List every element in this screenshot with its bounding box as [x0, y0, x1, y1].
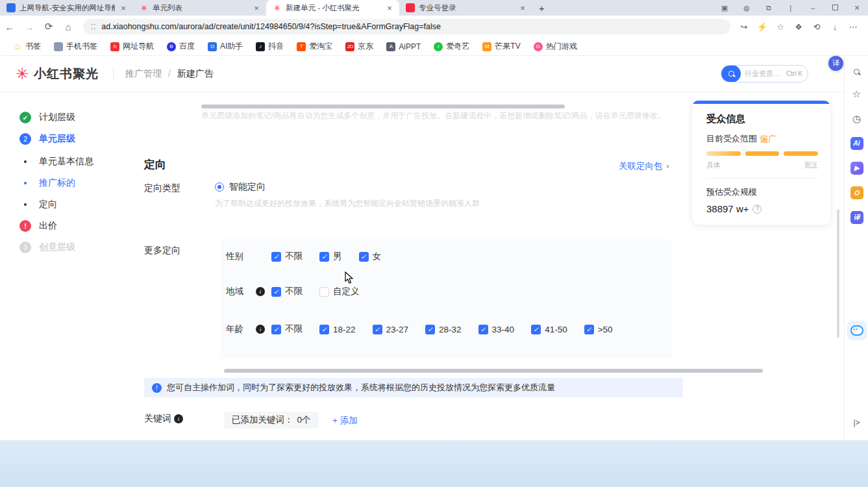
checkbox-checked-icon[interactable] — [319, 252, 329, 262]
logo[interactable]: ✳ 小红书聚光 — [0, 66, 99, 82]
add-keyword-button[interactable]: + 添加 — [332, 415, 358, 427]
more-menu-icon[interactable]: ⋯ — [845, 22, 862, 32]
checkbox-checked-icon[interactable] — [425, 325, 435, 334]
age-option-18-22[interactable]: 18-22 — [319, 325, 356, 334]
checkbox-checked-icon[interactable] — [373, 325, 382, 334]
checkbox-checked-icon[interactable] — [359, 252, 369, 262]
step-unit-basic-info[interactable]: 单元基本信息 — [19, 156, 93, 168]
checkbox-checked-icon[interactable] — [271, 252, 281, 262]
bookmark-ai[interactable]: OAI助手 — [203, 39, 248, 54]
checkbox-checked-icon[interactable] — [584, 325, 594, 334]
downloads-icon[interactable]: ↓ — [826, 22, 843, 32]
tab-close-icon[interactable]: × — [518, 3, 527, 13]
page-scrollbar[interactable] — [837, 209, 839, 338]
checkbox-checked-icon[interactable] — [271, 287, 281, 297]
history-icon[interactable]: ⟲ — [808, 22, 825, 32]
bookmark-shuqian[interactable]: ☆书签 — [8, 39, 46, 54]
age-option-50plus[interactable]: >50 — [584, 325, 613, 334]
rail-games-icon[interactable]: ▶ — [845, 161, 868, 175]
gender-option-female[interactable]: 女 — [359, 251, 382, 262]
step-targeting[interactable]: 定向 — [19, 199, 57, 210]
checkbox-unchecked-icon[interactable] — [319, 287, 329, 297]
rail-ai-icon[interactable]: Ai — [845, 136, 868, 150]
horizontal-scrollbar[interactable] — [201, 105, 565, 108]
tab-close-icon[interactable]: × — [119, 3, 128, 13]
age-option-23-27[interactable]: 23-27 — [373, 325, 409, 334]
minimize-button[interactable]: – — [802, 4, 824, 12]
bookmark-star-icon[interactable]: ☆ — [772, 22, 789, 32]
tab-close-icon[interactable]: × — [252, 3, 261, 13]
bookmark-aippt[interactable]: AAiPPT — [381, 40, 426, 53]
step-plan-level[interactable]: ✔ 计划层级 — [19, 112, 75, 123]
close-window-button[interactable]: ✕ — [846, 4, 868, 12]
step-promotion-target[interactable]: 推广标的 — [19, 177, 75, 189]
horizontal-scrollbar[interactable] — [224, 369, 763, 373]
workspace-icon[interactable]: ⧉ — [758, 4, 780, 12]
smart-targeting-radio[interactable]: 智能定向 — [215, 181, 266, 193]
browser-profile-icon[interactable]: ◍ — [736, 4, 758, 12]
address-bar[interactable]: ⁚⁚ ad.xiaohongshu.com/aurora/ad/create/u… — [83, 19, 730, 34]
bookmark-label: 抖音 — [268, 41, 284, 52]
bookmark-iqiyi[interactable]: i爱奇艺 — [428, 39, 475, 54]
header-search[interactable]: 行业资质... Ctrl K — [721, 65, 808, 82]
tab-nav-site[interactable]: 上网导航-安全实用的网址导航 × — [0, 0, 133, 16]
back-icon[interactable]: ← — [0, 21, 19, 32]
step-label: 定向 — [39, 199, 57, 210]
url-text[interactable]: ad.xiaohongshu.com/aurora/ad/create/unit… — [101, 22, 441, 31]
extensions-icon[interactable]: ❖ — [790, 22, 807, 32]
search-button[interactable] — [721, 65, 741, 82]
targeting-package-link[interactable]: 关联定向包› — [619, 160, 669, 172]
site-info-icon[interactable]: ⁚⁚ — [91, 23, 96, 31]
rail-expand-icon[interactable]: |> — [845, 418, 868, 427]
info-icon[interactable]: i — [174, 414, 183, 423]
maximize-button[interactable] — [824, 4, 846, 12]
reload-icon[interactable]: ⟳ — [39, 21, 58, 32]
rail-translate-icon[interactable]: 译 — [845, 210, 868, 224]
rail-favorites-icon[interactable]: ☆ — [845, 88, 868, 100]
reader-mode-icon[interactable]: ▣ — [713, 4, 736, 12]
info-icon[interactable]: i — [256, 287, 265, 296]
new-tab-button[interactable]: + — [539, 3, 545, 14]
age-option-any[interactable]: 不限 — [271, 323, 303, 335]
bookmark-baidu[interactable]: B百度 — [162, 39, 200, 54]
checkbox-checked-icon[interactable] — [531, 325, 541, 334]
tab-new-unit-active[interactable]: ✳ 新建单元 - 小红书聚光 × — [266, 0, 399, 16]
forward-icon[interactable]: → — [19, 21, 39, 32]
age-option-41-50[interactable]: 41-50 — [531, 325, 567, 334]
bookmark-taobao[interactable]: T爱淘宝 — [291, 39, 338, 54]
gender-option-male[interactable]: 男 — [319, 251, 342, 262]
tab-close-icon[interactable]: × — [385, 3, 394, 13]
bookmark-mobile[interactable]: 手机书签 — [49, 39, 103, 54]
age-option-33-40[interactable]: 33-40 — [478, 325, 515, 334]
bookmark-nav[interactable]: h网址导航 — [105, 39, 159, 54]
tab-pro-login[interactable]: 专业号登录 × — [399, 0, 532, 16]
bookmark-mango[interactable]: M芒果TV — [477, 39, 525, 54]
age-option-28-32[interactable]: 28-32 — [425, 325, 462, 334]
age-row: 年龄 i 不限 18-22 23-27 28-32 33-40 41-50 >5… — [226, 323, 630, 335]
rail-search-icon[interactable] — [845, 66, 868, 77]
share-icon[interactable]: ↪ — [736, 22, 752, 32]
rail-history-icon[interactable]: ◷ — [845, 113, 868, 125]
info-icon[interactable]: i — [256, 325, 265, 334]
floating-translate-icon[interactable]: 译 — [828, 56, 843, 71]
rail-toolbox-icon[interactable]: ⛭ — [845, 186, 868, 199]
bookmark-games[interactable]: G热门游戏 — [528, 39, 582, 54]
tab-unit-list[interactable]: ✳ 单元列表 × — [133, 0, 266, 16]
rail-chat-icon[interactable] — [847, 321, 867, 340]
lightning-icon[interactable]: ⚡ — [754, 22, 771, 32]
home-icon[interactable]: ⌂ — [58, 21, 78, 32]
checkbox-checked-icon[interactable] — [478, 325, 488, 334]
step-unit-level[interactable]: 2 单元层级 — [19, 133, 75, 145]
step-bidding[interactable]: ! 出价 — [19, 220, 57, 232]
question-icon[interactable]: ? — [752, 205, 762, 214]
bookmark-jd[interactable]: JD京东 — [340, 39, 378, 54]
region-option-custom[interactable]: 自定义 — [319, 286, 360, 297]
gender-option-any[interactable]: 不限 — [271, 251, 303, 262]
breadcrumb-section[interactable]: 推广管理 — [125, 68, 162, 79]
checkbox-checked-icon[interactable] — [319, 325, 329, 334]
checkbox-checked-icon[interactable] — [271, 325, 281, 334]
bookmark-douyin[interactable]: ♪抖音 — [251, 39, 289, 54]
region-option-any[interactable]: 不限 — [271, 286, 303, 297]
unit-level-hint: 单元层级添加的笔记/商品将自动为您生成多个创意，并用于广告投放。在新建流程中，若… — [201, 110, 665, 121]
step-creative-level[interactable]: 3 创意层级 — [19, 242, 75, 253]
